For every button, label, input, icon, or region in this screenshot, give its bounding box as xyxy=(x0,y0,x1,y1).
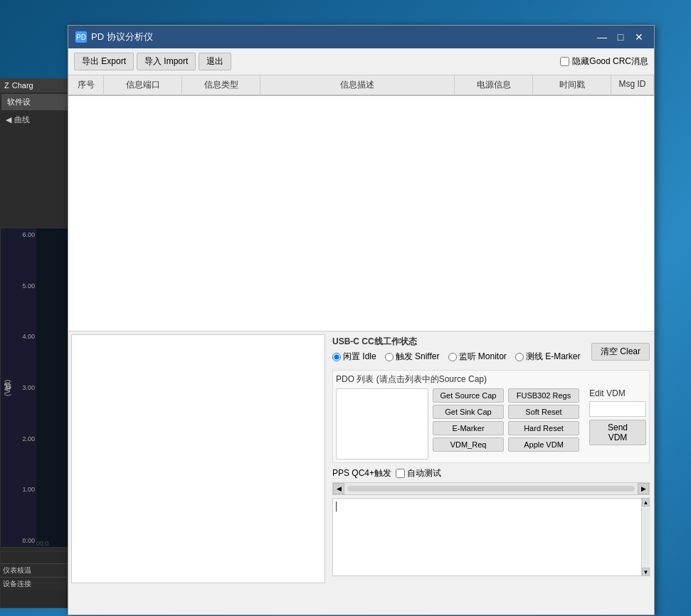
text-output-container: ▲ ▼ xyxy=(332,498,650,576)
idle-radio[interactable] xyxy=(332,353,341,361)
hide-good-crc-checkbox[interactable] xyxy=(560,57,569,66)
toolbar-right: 隐藏Good CRC消息 xyxy=(560,55,648,68)
table-body xyxy=(68,96,654,331)
edit-vdm-section: Edit VDM Send VDM xyxy=(589,388,646,460)
pdo-section: PDO 列表 (请点击列表中的Source Cap) Get Source Ca… xyxy=(332,370,650,463)
col-desc: 信息描述 xyxy=(260,75,455,95)
window-title: PD 协议分析仪 xyxy=(91,31,153,43)
horizontal-scrollbar[interactable]: ◀ ▶ xyxy=(332,482,650,495)
minimize-button[interactable]: — xyxy=(594,29,610,45)
app-icon: PD xyxy=(75,31,87,43)
software-settings-tab[interactable]: 软件设 xyxy=(1,94,69,110)
scroll-down-arrow[interactable]: ▼ xyxy=(642,568,650,576)
y-tick: 3.00 xyxy=(16,384,35,391)
y-tick: 2.00 xyxy=(16,435,35,442)
temperature-status: 仪表核温 xyxy=(0,563,70,577)
col-time: 时间戳 xyxy=(533,75,611,95)
close-button[interactable]: ✕ xyxy=(631,29,647,45)
col-power: 电源信息 xyxy=(455,75,533,95)
mode-idle[interactable]: 闲置 Idle xyxy=(332,351,376,363)
controls-panel: USB-C CC线工作状态 闲置 Idle 触发 Sniffer 监听 M xyxy=(328,331,654,586)
y-tick: 0.00 xyxy=(16,537,35,544)
soft-reset-button[interactable]: Soft Reset xyxy=(508,405,579,419)
table-header: 序号 信息端口 信息类型 信息描述 电源信息 时间戳 Msg ID xyxy=(68,75,654,96)
send-vdm-button[interactable]: Send VDM xyxy=(589,420,646,445)
mode-sniffer[interactable]: 触发 Sniffer xyxy=(385,351,440,363)
mode-emarker[interactable]: 测线 E-Marker xyxy=(515,351,581,363)
hide-good-crc-label[interactable]: 隐藏Good CRC消息 xyxy=(560,55,648,68)
y-axis-ticks: 6.00 5.00 4.00 3.00 2.00 1.00 0.00 xyxy=(15,228,36,547)
toolbar-left: 导出 Export 导入 Import 退出 xyxy=(74,53,231,70)
clear-button[interactable]: 清空 Clear xyxy=(591,343,650,361)
apple-vdm-button[interactable]: Apple VDM xyxy=(508,437,579,452)
maximize-button[interactable]: □ xyxy=(613,29,628,45)
auto-test-checkbox[interactable] xyxy=(396,469,405,478)
pdo-buttons-col1: Get Source Cap Get Sink Cap E-Marker VDM… xyxy=(433,388,504,460)
exit-button[interactable]: 退出 xyxy=(199,53,231,70)
scroll-track[interactable] xyxy=(347,486,635,492)
get-source-cap-button[interactable]: Get Source Cap xyxy=(433,388,504,403)
cc-status-section: USB-C CC线工作状态 闲置 Idle 触发 Sniffer 监听 M xyxy=(332,336,650,367)
y-axis-label: 代线(Volt) xyxy=(1,228,15,547)
pps-label: PPS QC4+触发 xyxy=(332,467,391,479)
y-tick: 1.00 xyxy=(16,486,35,493)
cc-mode-radio-group: 闲置 Idle 触发 Sniffer 监听 Monitor 测线 E- xyxy=(332,351,581,363)
pdo-buttons-col2: FUSB302 Regs Soft Reset Hard Reset Apple… xyxy=(508,388,579,460)
monitor-radio[interactable] xyxy=(448,353,457,361)
scroll-right-arrow[interactable]: ▶ xyxy=(638,483,649,494)
col-seq: 序号 xyxy=(68,75,104,95)
pdo-content: Get Source Cap Get Sink Cap E-Marker VDM… xyxy=(336,388,646,460)
vdm-req-button[interactable]: VDM_Req xyxy=(433,437,504,452)
pdo-list[interactable] xyxy=(336,388,428,460)
fusb302-regs-button[interactable]: FUSB302 Regs xyxy=(508,388,579,403)
title-bar-left: PD PD 协议分析仪 xyxy=(75,31,153,43)
left-panel: Z Charg 软件设 ◀ 曲线 代线(Volt) 6.00 5.00 4.00… xyxy=(0,78,71,590)
y-tick: 4.00 xyxy=(16,333,35,340)
import-button[interactable]: 导入 Import xyxy=(137,53,196,70)
scroll-left-arrow[interactable]: ◀ xyxy=(333,483,344,494)
cc-status-title: USB-C CC线工作状态 xyxy=(332,336,581,348)
table-container: 序号 信息端口 信息类型 信息描述 电源信息 时间戳 Msg ID xyxy=(68,75,654,331)
y-tick: 6.00 xyxy=(16,231,35,238)
chart-area: 代线(Volt) 6.00 5.00 4.00 3.00 2.00 1.00 0… xyxy=(0,228,70,548)
scroll-v-track xyxy=(642,506,650,568)
export-button[interactable]: 导出 Export xyxy=(74,53,134,70)
device-connect-status: 设备连接 xyxy=(0,577,70,590)
main-window: PD PD 协议分析仪 — □ ✕ 导出 Export 导入 Import 退出… xyxy=(68,25,655,615)
hard-reset-button[interactable]: Hard Reset xyxy=(508,421,579,435)
bottom-section: USB-C CC线工作状态 闲置 Idle 触发 Sniffer 监听 M xyxy=(68,331,654,586)
preview-panel xyxy=(71,334,325,583)
title-bar-controls: — □ ✕ xyxy=(594,29,647,45)
get-sink-cap-button[interactable]: Get Sink Cap xyxy=(433,405,504,419)
y-tick: 5.00 xyxy=(16,282,35,290)
scroll-up-arrow[interactable]: ▲ xyxy=(642,498,650,506)
toolbar: 导出 Export 导入 Import 退出 隐藏Good CRC消息 xyxy=(68,48,654,75)
col-port: 信息端口 xyxy=(104,75,182,95)
charger-icon: Z xyxy=(4,81,9,90)
mode-monitor[interactable]: 监听 Monitor xyxy=(448,351,507,363)
text-output xyxy=(332,498,650,576)
edit-vdm-title: Edit VDM xyxy=(589,388,646,398)
col-type: 信息类型 xyxy=(182,75,260,95)
text-cursor xyxy=(336,501,337,511)
col-msgid: Msg ID xyxy=(611,75,654,95)
curve-item[interactable]: ◀ 曲线 xyxy=(0,112,70,128)
e-marker-button[interactable]: E-Marker xyxy=(433,421,504,435)
left-panel-header: Z Charg xyxy=(0,78,70,92)
vertical-scrollbar[interactable]: ▲ ▼ xyxy=(641,498,650,576)
status-bar: 仪表核温 设备连接 xyxy=(0,563,70,590)
x-tick: 00:0 xyxy=(36,540,49,547)
vdm-input-field[interactable] xyxy=(589,401,646,417)
auto-test-label[interactable]: 自动测试 xyxy=(396,467,441,479)
sniffer-radio[interactable] xyxy=(385,353,394,361)
title-bar: PD PD 协议分析仪 — □ ✕ xyxy=(68,26,654,48)
triangle-icon: ◀ xyxy=(6,115,11,124)
chart-grid: 00:0 xyxy=(36,228,69,547)
emarker-radio[interactable] xyxy=(515,353,524,361)
pdo-title: PDO 列表 (请点击列表中的Source Cap) xyxy=(336,373,646,386)
pps-section: PPS QC4+触发 自动测试 xyxy=(332,467,650,479)
